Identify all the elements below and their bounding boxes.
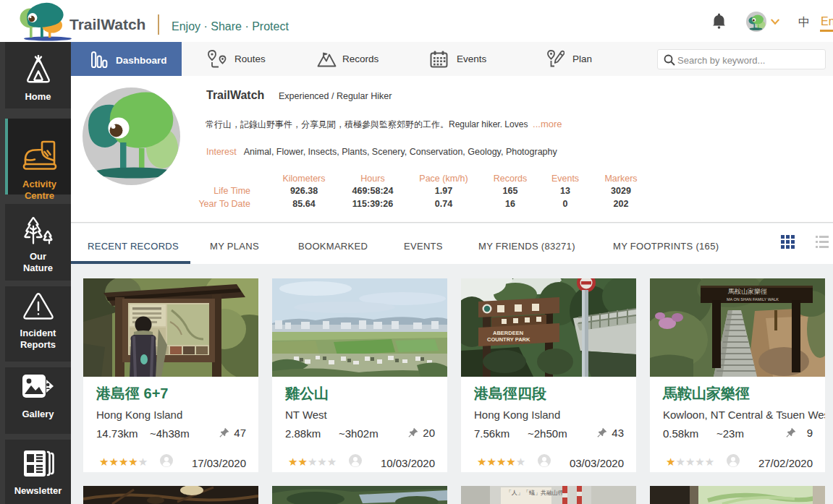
svg-text:COUNTRY PARK: COUNTRY PARK	[487, 336, 530, 343]
svg-text:MA ON SHAN FAMILY WALK: MA ON SHAN FAMILY WALK	[727, 297, 779, 302]
svg-text:馬鞍山家樂徑: 馬鞍山家樂徑	[727, 288, 767, 295]
svg-text:ABERDEEN: ABERDEEN	[493, 330, 523, 336]
svg-text:「人」「蟻」共融山徑: 「人」「蟻」共融山徑	[506, 490, 564, 496]
